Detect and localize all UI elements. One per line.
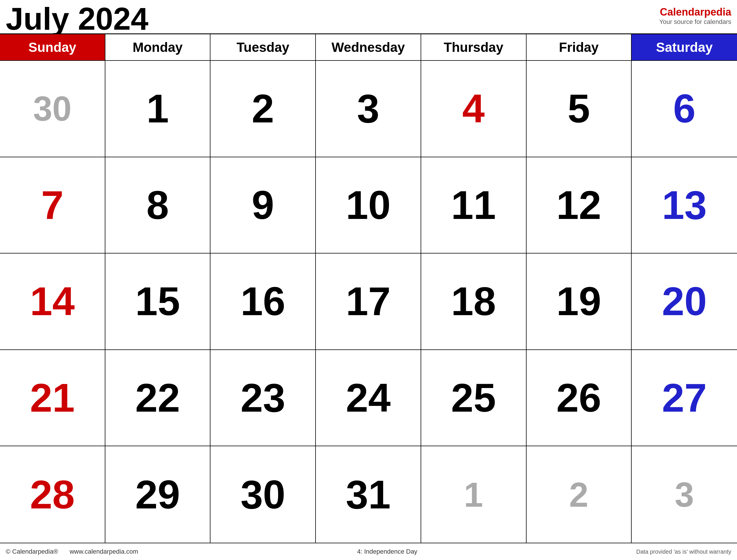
cell-w2-fri: 12 — [526, 157, 632, 253]
day-5: 5 — [567, 88, 590, 129]
header-friday: Friday — [526, 34, 632, 60]
cell-w2-tue: 9 — [211, 157, 316, 253]
week-1: 30 1 2 3 4 5 6 — [0, 61, 737, 157]
day-20: 20 — [662, 281, 707, 321]
header-monday: Monday — [105, 34, 211, 60]
day-24: 24 — [346, 378, 391, 418]
brand-tagline: Your source for calendars — [659, 18, 731, 26]
day-19: 19 — [556, 281, 601, 321]
day-3-next: 3 — [675, 477, 694, 512]
cell-w5-thu: 1 — [421, 446, 526, 543]
cell-w5-sat: 3 — [632, 446, 737, 543]
cell-w1-fri: 5 — [526, 61, 632, 157]
footer-left: © Calendarpedia® www.calendarpedia.com — [6, 548, 138, 555]
cell-w4-fri: 26 — [526, 350, 632, 446]
day-30-prev: 30 — [33, 91, 71, 126]
cell-w3-wed: 17 — [316, 253, 421, 349]
week-2: 7 8 9 10 11 12 13 — [0, 157, 737, 254]
day-13: 13 — [662, 185, 707, 225]
cell-w4-mon: 22 — [105, 350, 211, 446]
day-21: 21 — [30, 378, 75, 418]
day-2: 2 — [252, 88, 274, 129]
day-26: 26 — [556, 378, 601, 418]
day-6: 6 — [673, 88, 696, 129]
footer-copyright: © Calendarpedia® — [6, 548, 58, 555]
day-9: 9 — [252, 185, 274, 225]
cell-w1-tue: 2 — [211, 61, 316, 157]
day-17: 17 — [346, 281, 391, 321]
footer-disclaimer: Data provided 'as is' without warranty — [636, 548, 731, 555]
cell-w3-fri: 19 — [526, 253, 632, 349]
cell-w5-sun: 28 — [0, 446, 105, 543]
cell-w2-sun: 7 — [0, 157, 105, 253]
day-3: 3 — [357, 88, 379, 129]
day-1: 1 — [147, 88, 169, 129]
cell-w3-sat: 20 — [632, 253, 737, 349]
day-11: 11 — [451, 185, 496, 225]
cell-w5-tue: 30 — [211, 446, 316, 543]
days-header: Sunday Monday Tuesday Wednesday Thursday… — [0, 34, 737, 61]
header-thursday: Thursday — [421, 34, 526, 60]
cell-w1-sun: 30 — [0, 61, 105, 157]
cell-w3-sun: 14 — [0, 253, 105, 349]
day-10: 10 — [346, 185, 391, 225]
day-4: 4 — [462, 88, 485, 129]
header-tuesday: Tuesday — [211, 34, 316, 60]
header-sunday: Sunday — [0, 34, 105, 60]
footer-website: www.calendarpedia.com — [70, 548, 138, 555]
cell-w5-mon: 29 — [105, 446, 211, 543]
day-12: 12 — [556, 185, 601, 225]
header-wednesday: Wednesday — [316, 34, 421, 60]
day-25: 25 — [451, 378, 496, 418]
cell-w1-sat: 6 — [632, 61, 737, 157]
brand-name-accent: pedia — [704, 6, 731, 18]
day-7: 7 — [41, 185, 64, 225]
day-28: 28 — [30, 474, 75, 515]
cell-w4-wed: 24 — [316, 350, 421, 446]
header: July 2024 Calendarpedia Your source for … — [0, 0, 737, 33]
day-1-next: 1 — [464, 477, 483, 512]
calendar-grid: 30 1 2 3 4 5 6 — [0, 61, 737, 543]
calendar-container: Sunday Monday Tuesday Wednesday Thursday… — [0, 33, 737, 543]
cell-w5-wed: 31 — [316, 446, 421, 543]
day-14: 14 — [30, 281, 75, 321]
cell-w1-thu: 4 — [421, 61, 526, 157]
cell-w4-tue: 23 — [211, 350, 316, 446]
day-31: 31 — [346, 474, 391, 515]
page-wrapper: July 2024 Calendarpedia Your source for … — [0, 0, 737, 560]
cell-w4-thu: 25 — [421, 350, 526, 446]
week-4: 21 22 23 24 25 26 27 — [0, 350, 737, 447]
day-16: 16 — [240, 281, 285, 321]
day-22: 22 — [135, 378, 180, 418]
cell-w1-mon: 1 — [105, 61, 211, 157]
cell-w4-sat: 27 — [632, 350, 737, 446]
day-23: 23 — [240, 378, 285, 418]
day-15: 15 — [135, 281, 180, 321]
cell-w3-tue: 16 — [211, 253, 316, 349]
cell-w4-sun: 21 — [0, 350, 105, 446]
cell-w1-wed: 3 — [316, 61, 421, 157]
cell-w3-mon: 15 — [105, 253, 211, 349]
brand-name-text: Calendar — [660, 6, 704, 18]
cell-w2-wed: 10 — [316, 157, 421, 253]
cell-w2-mon: 8 — [105, 157, 211, 253]
day-8: 8 — [147, 185, 169, 225]
day-29: 29 — [135, 474, 180, 515]
footer: © Calendarpedia® www.calendarpedia.com 4… — [0, 543, 737, 560]
month-title: July 2024 — [6, 3, 148, 35]
brand-logo: Calendarpedia Your source for calendars — [659, 3, 731, 26]
footer-holiday: 4: Independence Day — [357, 548, 417, 555]
cell-w2-sat: 13 — [632, 157, 737, 253]
day-30: 30 — [240, 474, 285, 515]
week-5: 28 29 30 31 1 2 3 — [0, 446, 737, 543]
cell-w2-thu: 11 — [421, 157, 526, 253]
brand-name: Calendarpedia — [659, 6, 731, 18]
header-saturday: Saturday — [632, 34, 737, 60]
cell-w5-fri: 2 — [526, 446, 632, 543]
day-18: 18 — [451, 281, 496, 321]
cell-w3-thu: 18 — [421, 253, 526, 349]
day-27: 27 — [662, 378, 707, 418]
day-2-next: 2 — [569, 477, 588, 512]
week-3: 14 15 16 17 18 19 20 — [0, 253, 737, 350]
